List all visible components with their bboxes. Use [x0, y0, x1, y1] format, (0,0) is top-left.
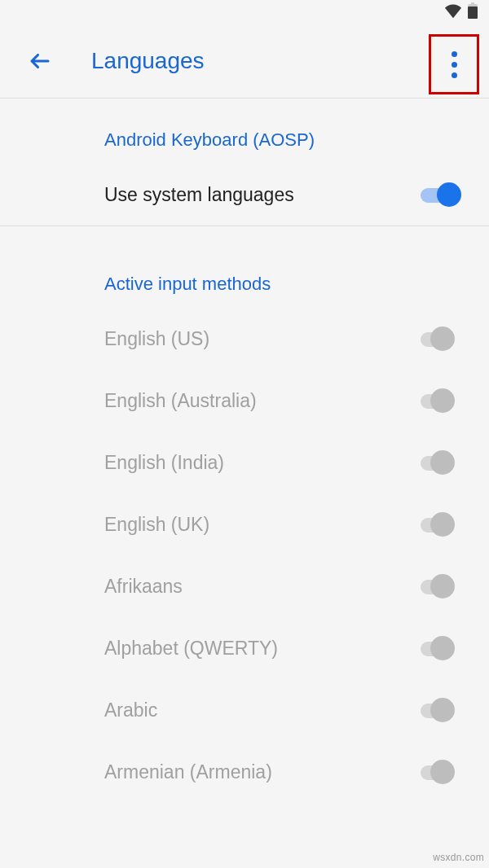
language-label: English (Australia) — [104, 390, 257, 412]
language-row[interactable]: Arabic — [0, 679, 489, 741]
page-title: Languages — [91, 48, 205, 74]
section-header-keyboard: Android Keyboard (AOSP) — [0, 107, 489, 164]
more-options-button[interactable] — [429, 34, 479, 94]
language-list: English (US)English (Australia)English (… — [0, 308, 489, 803]
language-switch[interactable] — [421, 635, 461, 661]
language-row[interactable]: Alphabet (QWERTY) — [0, 617, 489, 679]
language-row[interactable]: English (Australia) — [0, 370, 489, 432]
language-label: Afrikaans — [104, 576, 183, 598]
language-label: Alphabet (QWERTY) — [104, 638, 278, 660]
content: Android Keyboard (AOSP) Use system langu… — [0, 99, 489, 803]
status-bar — [0, 0, 489, 24]
language-row[interactable]: Armenian (Armenia) — [0, 741, 489, 803]
svg-rect-2 — [468, 7, 478, 19]
language-label: Armenian (Armenia) — [104, 761, 272, 783]
language-row[interactable]: English (US) — [0, 308, 489, 370]
language-switch[interactable] — [421, 573, 461, 599]
watermark: wsxdn.com — [433, 852, 484, 863]
use-system-languages-switch[interactable] — [421, 182, 461, 208]
language-switch[interactable] — [421, 759, 461, 785]
more-vertical-icon — [452, 51, 457, 78]
arrow-left-icon — [28, 49, 52, 73]
language-switch[interactable] — [421, 697, 461, 723]
use-system-languages-row[interactable]: Use system languages — [0, 164, 489, 226]
wifi-icon — [445, 2, 461, 22]
header: Languages — [0, 24, 489, 98]
language-label: English (UK) — [104, 514, 209, 536]
svg-rect-1 — [471, 2, 474, 5]
language-row[interactable]: English (UK) — [0, 493, 489, 555]
language-switch[interactable] — [421, 511, 461, 537]
language-row[interactable]: Afrikaans — [0, 555, 489, 617]
language-switch[interactable] — [421, 326, 461, 352]
section-header-active-methods: Active input methods — [0, 251, 489, 308]
back-button[interactable] — [23, 44, 57, 78]
language-label: English (US) — [104, 328, 209, 350]
language-label: English (India) — [104, 452, 224, 474]
language-row[interactable]: English (India) — [0, 432, 489, 493]
language-switch[interactable] — [421, 449, 461, 476]
battery-icon — [468, 2, 478, 22]
row-label: Use system languages — [104, 184, 294, 206]
language-switch[interactable] — [421, 388, 461, 414]
language-label: Arabic — [104, 699, 157, 721]
